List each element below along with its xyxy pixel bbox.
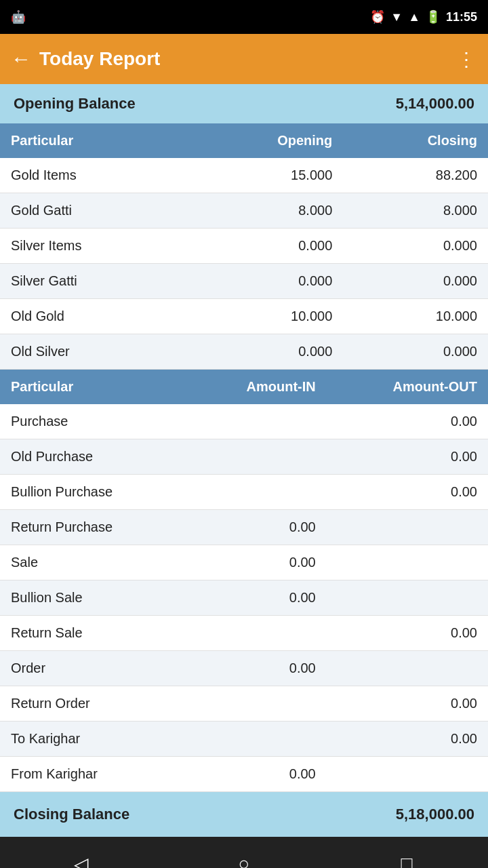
row-amount-out: 0.00 (327, 722, 488, 757)
table-row: Old Purchase 0.00 (0, 439, 488, 475)
closing-balance-label: Closing Balance (14, 806, 129, 823)
table-row: Silver Items 0.000 0.000 (0, 229, 488, 264)
app-bar: ← Today Report ⋮ (0, 34, 488, 84)
nav-back-button[interactable]: ◁ (61, 844, 102, 868)
row-amount-out: 0.00 (327, 439, 488, 475)
row-particular: Bullion Purchase (0, 475, 188, 510)
table-row: Return Order 0.00 (0, 686, 488, 722)
section1-body: Gold Items 15.000 88.200 Gold Gatti 8.00… (0, 158, 488, 370)
table-row: Order 0.00 (0, 651, 488, 686)
row-closing: 0.000 (343, 334, 488, 370)
row-amount-out: 0.00 (327, 616, 488, 651)
row-amount-in (188, 475, 326, 510)
row-opening: 15.000 (188, 158, 343, 193)
row-particular: Return Purchase (0, 510, 188, 545)
section1-header: Particular Opening Closing (0, 123, 488, 158)
row-particular: Gold Items (0, 158, 188, 193)
table-row: Return Sale 0.00 (0, 616, 488, 651)
row-amount-in: 0.00 (188, 651, 326, 686)
row-amount-in (188, 404, 326, 439)
row-closing: 10.000 (343, 299, 488, 334)
row-opening: 8.000 (188, 193, 343, 229)
row-particular: Silver Gatti (0, 264, 188, 299)
signal-icon: ▲ (408, 10, 420, 24)
table-row: Silver Gatti 0.000 0.000 (0, 264, 488, 299)
table-row: Bullion Purchase 0.00 (0, 475, 488, 510)
alarm-icon: ⏰ (370, 9, 385, 24)
status-bar-left: 🤖 (11, 9, 26, 24)
section2-table: Particular Amount-IN Amount-OUT Purchase… (0, 370, 488, 792)
row-closing: 0.000 (343, 264, 488, 299)
row-particular: Old Purchase (0, 439, 188, 475)
wifi-icon: ▼ (390, 10, 403, 24)
row-particular: Bullion Sale (0, 580, 188, 616)
row-amount-out (327, 580, 488, 616)
row-particular: To Karighar (0, 722, 188, 757)
opening-balance-value: 5,14,000.00 (396, 95, 474, 113)
row-amount-out: 0.00 (327, 475, 488, 510)
table-row: Gold Gatti 8.000 8.000 (0, 193, 488, 229)
section1-table: Particular Opening Closing Gold Items 15… (0, 123, 488, 370)
row-particular: Order (0, 651, 188, 686)
table-row: Bullion Sale 0.00 (0, 580, 488, 616)
table-row: Return Purchase 0.00 (0, 510, 488, 545)
app-icon: 🤖 (11, 9, 26, 24)
row-particular: Silver Items (0, 229, 188, 264)
row-amount-in (188, 722, 326, 757)
row-amount-in (188, 616, 326, 651)
row-amount-in: 0.00 (188, 757, 326, 792)
row-amount-in: 0.00 (188, 545, 326, 580)
row-particular: Return Sale (0, 616, 188, 651)
row-amount-in: 0.00 (188, 580, 326, 616)
closing-balance-value: 5,18,000.00 (396, 806, 474, 823)
section2-col-particular: Particular (0, 370, 188, 404)
section2-body: Purchase 0.00 Old Purchase 0.00 Bullion … (0, 404, 488, 792)
section2-col-amount-in: Amount-IN (188, 370, 326, 404)
row-amount-out (327, 510, 488, 545)
battery-icon: 🔋 (426, 9, 441, 24)
nav-home-button[interactable]: ○ (224, 844, 264, 868)
table-row: Old Silver 0.000 0.000 (0, 334, 488, 370)
closing-balance-bar: Closing Balance 5,18,000.00 (0, 792, 488, 837)
row-amount-out: 0.00 (327, 686, 488, 722)
row-amount-out (327, 651, 488, 686)
row-particular: Old Silver (0, 334, 188, 370)
nav-bar: ◁ ○ □ (0, 837, 488, 868)
row-opening: 0.000 (188, 264, 343, 299)
row-amount-in (188, 439, 326, 475)
row-particular: Sale (0, 545, 188, 580)
row-particular: Old Gold (0, 299, 188, 334)
row-particular: Purchase (0, 404, 188, 439)
row-amount-out (327, 545, 488, 580)
row-closing: 8.000 (343, 193, 488, 229)
row-closing: 0.000 (343, 229, 488, 264)
table-row: Sale 0.00 (0, 545, 488, 580)
more-options-button[interactable]: ⋮ (457, 48, 477, 71)
row-particular: From Karighar (0, 757, 188, 792)
row-amount-out: 0.00 (327, 404, 488, 439)
opening-balance-bar: Opening Balance 5,14,000.00 (0, 84, 488, 123)
table-row: Gold Items 15.000 88.200 (0, 158, 488, 193)
table-row: From Karighar 0.00 (0, 757, 488, 792)
row-amount-in: 0.00 (188, 510, 326, 545)
row-closing: 88.200 (343, 158, 488, 193)
section2-col-amount-out: Amount-OUT (327, 370, 488, 404)
section2-header: Particular Amount-IN Amount-OUT (0, 370, 488, 404)
section1-col-closing: Closing (343, 123, 488, 158)
row-particular: Return Order (0, 686, 188, 722)
back-button[interactable]: ← (11, 47, 31, 71)
status-bar-right: ⏰ ▼ ▲ 🔋 11:55 (370, 9, 477, 24)
nav-recent-button[interactable]: □ (386, 844, 427, 868)
section1-col-particular: Particular (0, 123, 188, 158)
table-row: To Karighar 0.00 (0, 722, 488, 757)
time-display: 11:55 (446, 10, 477, 24)
row-amount-in (188, 686, 326, 722)
row-opening: 0.000 (188, 229, 343, 264)
row-opening: 10.000 (188, 299, 343, 334)
page-title: Today Report (39, 48, 160, 70)
app-bar-left: ← Today Report (11, 47, 160, 71)
status-bar: 🤖 ⏰ ▼ ▲ 🔋 11:55 (0, 0, 488, 34)
section1-col-opening: Opening (188, 123, 343, 158)
table-row: Old Gold 10.000 10.000 (0, 299, 488, 334)
row-opening: 0.000 (188, 334, 343, 370)
